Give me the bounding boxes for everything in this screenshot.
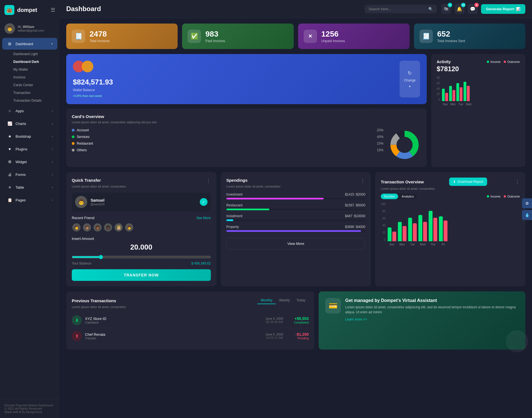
bar (444, 220, 447, 241)
spending-item-investment: Investment $1415 /$2000 (226, 193, 365, 199)
spending-bar (226, 230, 361, 232)
activity-bar-chart: 80 60 40 20 0 (437, 76, 520, 106)
apps-icon: ○ (7, 108, 13, 114)
theme-float-button[interactable]: 💧 (522, 210, 532, 220)
tx-upload-icon: ⬆ (72, 331, 82, 341)
bar (418, 215, 422, 241)
sidebar-item-apps[interactable]: ○ Apps › (2, 105, 57, 117)
bar (452, 90, 455, 101)
user-email: william@gmail.com (18, 29, 44, 32)
friend-avatar: 👩🏿 (103, 223, 113, 232)
bar (423, 222, 427, 241)
outcome-label: Outcome (507, 195, 520, 198)
legend-item-services: Services 40% (72, 135, 383, 139)
number-toggle[interactable]: Number (381, 194, 398, 199)
sidebar-item-bootstrap[interactable]: ★ Bootstrap › (2, 130, 57, 142)
sent-icon: 🧾 (420, 30, 433, 43)
user-info: Hi, William william@gmail.com (18, 25, 44, 32)
sidebar-sub-dashboard-dark[interactable]: Dashboard Dark (0, 58, 60, 66)
tx-status: Completed (287, 321, 309, 324)
shopping-cart-button[interactable]: 🛍 2 (441, 4, 451, 14)
sidebar-item-plugins[interactable]: ♥ Plugins › (2, 143, 57, 155)
va-learn-more-link[interactable]: Learn more >> (345, 317, 519, 321)
balance-label: Your Balance (72, 261, 91, 265)
sidebar-sub-cards-center[interactable]: Cards Center (0, 81, 60, 89)
bar (445, 93, 448, 101)
spending-item-installment: Installment $487 /$10000 (226, 214, 365, 221)
download-report-button[interactable]: ⬇ Download Report (449, 178, 487, 186)
transfer-now-button[interactable]: TRANSFER NOW (72, 269, 211, 281)
income-label: Income (490, 60, 500, 63)
va-title: Get managed by Dompet's Virtual Assistan… (345, 298, 519, 303)
sidebar-sub-transaction-details[interactable]: Transaction Details (0, 97, 60, 104)
chevron-right-icon: › (52, 147, 53, 151)
bottom-row: Quick Transfer ⋮ Lorem ipsum dolor sit a… (66, 172, 525, 286)
tx-name: Chef Renata (85, 332, 105, 337)
table-row: ⬆ Chef Renata Transfer June 5, 2020 10:2… (72, 328, 309, 344)
transaction-overview-card: Transaction Overview ⬇ Download Report ⋮… (375, 172, 525, 286)
bar (388, 227, 392, 241)
sidebar-sub-my-wallet[interactable]: My Wallet (0, 66, 60, 73)
notification-badge: 12 (461, 3, 466, 7)
virtual-assistant-card: 💳 Get managed by Dompet's Virtual Assist… (319, 291, 525, 350)
chat-button[interactable]: 💬 8 (468, 4, 478, 14)
transaction-legend: Number Analytics Income Outcome (381, 194, 520, 199)
wallet-card: $824,571.93 Wallet Balance +0.8% than la… (66, 54, 427, 104)
settings-float-button[interactable]: ⚙ (522, 198, 532, 208)
insert-amount-label: Insert Amount (72, 237, 211, 241)
transfer-name: Samuel (91, 198, 104, 202)
notification-button[interactable]: 🔔 12 (454, 4, 464, 14)
sidebar-item-charts[interactable]: 📈 Charts › (2, 118, 57, 129)
more-options-icon[interactable]: ⋮ (206, 178, 211, 184)
sidebar-item-table[interactable]: ≡ Table › (2, 181, 57, 193)
transfer-user: 👨 Samuel @sum224 ✓ (72, 193, 211, 211)
table-row: ⬇ XYZ Store ID Cashback June 4, 2020 05:… (72, 312, 309, 328)
stat-sent-invoices: 🧾 652 Total Invoices Sent (414, 24, 525, 49)
outcome-label: Outcome (507, 60, 520, 63)
sidebar-item-forms[interactable]: 🖨 Forms › (2, 169, 57, 180)
spendings-subtitle: Lorem ipsum dolor sit amet, consectetur (226, 185, 365, 188)
chart-icon: 📊 (516, 7, 520, 11)
logo-text: dompet (17, 7, 37, 13)
more-options-icon[interactable]: ⋮ (360, 178, 365, 184)
change-button[interactable]: ↻ Change ▾ (400, 61, 420, 98)
tx-amount: +$5,553 (287, 316, 309, 321)
stat-number: 2478 (89, 30, 110, 39)
sidebar-item-pages[interactable]: 📋 Pages › (2, 194, 57, 206)
download-icon: ⬇ (453, 180, 456, 184)
generate-report-button[interactable]: Generate Report 📊 (481, 4, 525, 14)
tab-monthly[interactable]: Monthly (257, 297, 276, 304)
sidebar-item-widget[interactable]: ⚙ Widget › (2, 156, 57, 168)
quick-transfer-title: Quick Transfer (72, 178, 101, 183)
sidebar-sub-dashboard-light[interactable]: Dashboard Light (0, 50, 60, 58)
sidebar-item-dashboard[interactable]: ⊞ Dashboard ▾ (2, 38, 57, 50)
spendings-card: Spendings ⋮ Lorem ipsum dolor sit amet, … (221, 172, 371, 286)
invoice-icon: 🧾 (72, 30, 85, 43)
tx-amount: -$1,200 (287, 332, 309, 337)
view-more-button[interactable]: View More (226, 238, 365, 249)
wallet-overview-section: $824,571.93 Wallet Balance +0.8% than la… (66, 54, 427, 167)
sidebar-sub-invoices[interactable]: Invoices (0, 73, 60, 81)
bar (439, 216, 443, 241)
legend-item-restaurant: Restaurant 15% (72, 142, 383, 145)
tab-today[interactable]: Today (293, 297, 309, 304)
sidebar-item-label: Bootstrap (16, 134, 49, 139)
friend-avatar: 👩🏼 (114, 223, 123, 232)
hamburger-icon[interactable]: ☰ (51, 7, 55, 13)
bar (467, 86, 470, 101)
stat-label: Unpaid Invoices (321, 39, 345, 43)
stat-label: Paid Invoices (205, 39, 225, 43)
legend-dot (72, 142, 75, 145)
search-input[interactable] (369, 7, 426, 11)
tab-weekly[interactable]: Weekly (276, 297, 293, 304)
sidebar-footer: Dompet Payment Admin Dashboard © 2021 Al… (0, 399, 60, 418)
income-dot (487, 61, 489, 63)
amount-slider[interactable] (72, 255, 211, 259)
income-label: Income (490, 195, 500, 198)
analytics-toggle[interactable]: Analytics (398, 194, 417, 199)
legend-dot (72, 129, 75, 132)
see-more-link[interactable]: See More (196, 216, 211, 220)
sidebar-sub-transaction[interactable]: Transaction (0, 89, 60, 97)
more-options-icon[interactable]: ⋮ (515, 179, 520, 185)
verified-icon: ✓ (200, 198, 208, 206)
